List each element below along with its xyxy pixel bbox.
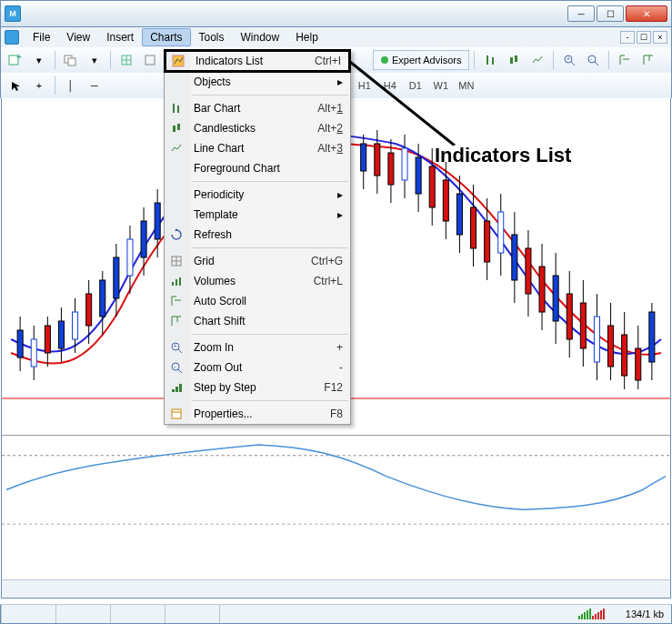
svg-text:+: + — [567, 55, 570, 62]
svg-rect-38 — [127, 239, 133, 276]
menu-item-chart-shift[interactable]: Chart Shift — [165, 311, 350, 331]
svg-rect-3 — [68, 58, 75, 65]
crosshair-button[interactable]: + — [28, 75, 50, 96]
svg-rect-62 — [443, 180, 448, 221]
svg-rect-82 — [580, 303, 586, 348]
menu-item-auto-scroll[interactable]: Auto Scroll — [165, 291, 350, 311]
app-icon: M — [5, 5, 21, 22]
chart-statusbar — [2, 579, 670, 598]
svg-rect-30 — [73, 312, 78, 339]
vline-button[interactable]: │ — [60, 75, 82, 96]
profiles-button[interactable] — [60, 50, 82, 70]
indicator-chart[interactable] — [2, 435, 670, 537]
svg-rect-58 — [416, 157, 421, 194]
svg-line-112 — [178, 369, 182, 373]
menu-item-label: Template — [194, 208, 238, 221]
dropdown-arrow-icon[interactable]: ▾ — [84, 50, 105, 70]
svg-text:-: - — [590, 55, 593, 62]
svg-rect-42 — [155, 203, 160, 239]
menu-item-line-chart[interactable]: Line ChartAlt+3 — [165, 138, 350, 158]
menu-item-template[interactable]: Template▸ — [165, 205, 350, 225]
titlebar: M ─ ☐ ✕ — [0, 0, 672, 27]
menu-file[interactable]: File — [25, 28, 58, 46]
mdi-close[interactable]: × — [653, 31, 667, 44]
blank-icon — [169, 207, 184, 222]
menu-item-zoom-in[interactable]: +Zoom In+ — [165, 337, 350, 357]
menu-item-objects[interactable]: Objects▸ — [165, 72, 350, 92]
menu-item-label: Line Chart — [194, 142, 244, 155]
menu-item-shortcut: Ctrl+G — [311, 255, 343, 267]
mdi-restore[interactable]: ☐ — [637, 31, 651, 44]
menu-item-label: Candlesticks — [194, 122, 256, 135]
menu-item-grid[interactable]: GridCtrl+G — [165, 251, 350, 271]
svg-text:+: + — [16, 53, 22, 62]
new-chart-button[interactable]: + — [5, 50, 26, 70]
menu-insert[interactable]: Insert — [98, 28, 142, 46]
svg-rect-68 — [485, 221, 490, 262]
statusbar: 134/1 kb — [0, 604, 672, 624]
menu-item-refresh[interactable]: Refresh — [165, 225, 350, 245]
svg-rect-72 — [512, 235, 517, 280]
market-watch-button[interactable] — [115, 50, 137, 70]
menu-window[interactable]: Window — [233, 28, 288, 46]
svg-rect-50 — [361, 144, 366, 171]
scroll-icon — [169, 294, 184, 308]
hline-button[interactable]: ─ — [84, 75, 105, 96]
menu-item-foreground-chart[interactable]: Foreground Chart — [165, 158, 350, 178]
svg-rect-32 — [86, 294, 92, 326]
chart-shift-button[interactable] — [637, 50, 659, 70]
menu-item-shortcut: Ctrl+I — [315, 55, 341, 67]
svg-rect-103 — [172, 282, 174, 286]
submenu-arrow-icon: ▸ — [337, 188, 343, 201]
svg-rect-104 — [176, 279, 177, 286]
svg-rect-90 — [636, 348, 641, 380]
svg-rect-74 — [526, 248, 531, 294]
menu-item-step-by-step[interactable]: Step by StepF12 — [165, 377, 350, 398]
menubar: File View Insert Charts Tools Window Hel… — [0, 27, 672, 47]
menu-tools[interactable]: Tools — [191, 28, 233, 46]
menu-item-label: Step by Step — [194, 381, 256, 394]
close-button[interactable]: ✕ — [626, 5, 667, 22]
minimize-button[interactable]: ─ — [567, 5, 595, 22]
svg-text:-: - — [174, 363, 176, 369]
menu-item-indicators-list[interactable]: Indicators ListCtrl+I — [164, 49, 351, 73]
zout-icon: - — [169, 360, 184, 375]
menu-item-periodicity[interactable]: Periodicity▸ — [165, 185, 350, 205]
svg-rect-64 — [456, 194, 462, 235]
maximize-button[interactable]: ☐ — [597, 5, 624, 22]
menu-item-shortcut: Ctrl+L — [314, 275, 343, 287]
menu-item-shortcut: F8 — [330, 408, 343, 420]
mdi-minimize[interactable]: - — [620, 31, 635, 44]
svg-line-109 — [178, 349, 182, 353]
svg-rect-76 — [539, 267, 545, 312]
menu-view[interactable]: View — [58, 28, 98, 46]
menu-item-label: Volumes — [194, 275, 236, 287]
zoom-out-button[interactable]: - — [582, 50, 604, 70]
menu-item-volumes[interactable]: VolumesCtrl+L — [165, 271, 350, 291]
blank-icon — [169, 75, 184, 89]
app-small-icon — [5, 30, 19, 45]
connection-bars-icon — [578, 609, 615, 619]
cursor-button[interactable] — [5, 75, 26, 96]
menu-charts[interactable]: Charts — [142, 28, 190, 46]
menu-help[interactable]: Help — [287, 28, 326, 46]
menu-item-bar-chart[interactable]: Bar ChartAlt+1 — [165, 98, 350, 118]
menu-item-zoom-out[interactable]: -Zoom Out- — [165, 357, 350, 377]
svg-rect-114 — [172, 389, 175, 392]
menu-item-shortcut: Alt+1 — [317, 102, 343, 115]
auto-scroll-button[interactable] — [614, 50, 636, 70]
dropdown-arrow-icon[interactable]: ▾ — [28, 50, 50, 70]
indicators-icon — [171, 54, 186, 68]
svg-rect-22 — [17, 330, 23, 357]
line-icon — [169, 141, 184, 156]
annotation-arrow — [350, 55, 532, 146]
menu-item-candlesticks[interactable]: CandlesticksAlt+2 — [165, 118, 350, 138]
grid-icon — [169, 254, 184, 268]
zoom-in-button[interactable]: + — [558, 50, 580, 70]
menu-item-label: Refresh — [194, 228, 232, 241]
prop-icon — [169, 407, 184, 421]
menu-item-label: Zoom In — [194, 341, 234, 354]
data-window-button[interactable] — [139, 50, 161, 70]
menu-item-properties[interactable]: Properties...F8 — [165, 404, 350, 424]
shift-icon — [169, 314, 184, 328]
